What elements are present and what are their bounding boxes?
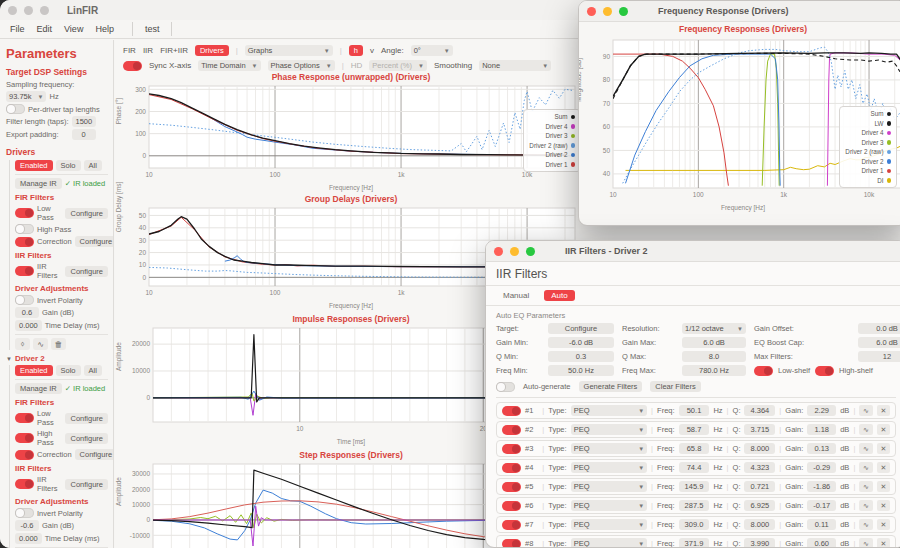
driver1-correction-configure-button[interactable]: Configure — [75, 236, 114, 247]
driver1-highpass-toggle[interactable] — [15, 224, 34, 234]
resolution-select[interactable]: 1/12 octave▼ — [682, 323, 746, 334]
menu-help[interactable]: Help — [95, 24, 114, 34]
sync-x-axis-toggle[interactable] — [123, 61, 142, 71]
filter-enable-toggle[interactable] — [502, 501, 521, 511]
trash-icon[interactable]: 🗑 — [51, 338, 66, 350]
smoothing-select[interactable]: None▼ — [479, 60, 551, 71]
filter-q-field[interactable]: 6.925 — [744, 500, 775, 511]
driver2-highpass-configure-button[interactable]: Configure — [65, 433, 108, 444]
menu-file[interactable]: File — [10, 24, 25, 34]
target-configure-button[interactable]: Configure — [548, 323, 614, 334]
high-shelf-toggle[interactable] — [815, 366, 834, 376]
graphs-select[interactable]: Graphs▼ — [245, 45, 333, 56]
filter-gain-field[interactable]: 0.60 — [807, 538, 836, 548]
close-icon[interactable] — [494, 247, 503, 256]
filter-freq-field[interactable]: 65.8 — [679, 443, 710, 454]
freq-max-field[interactable]: 780.0 Hz — [682, 365, 746, 376]
filter-q-field[interactable]: 3.715 — [744, 424, 775, 435]
tab-auto[interactable]: Auto — [544, 290, 574, 301]
filter-q-field[interactable]: 8.000 — [744, 519, 775, 530]
filter-gain-field[interactable]: -0.29 — [807, 462, 836, 473]
filter-enable-toggle[interactable] — [502, 425, 521, 435]
driver2-lowpass-toggle[interactable] — [15, 413, 34, 423]
maximize-icon[interactable] — [619, 7, 628, 16]
filter-gain-field[interactable]: 2.29 — [807, 405, 836, 416]
view-drivers-button[interactable]: Drivers — [195, 45, 229, 56]
filter-type-select[interactable]: PEQ▼ — [571, 519, 647, 530]
angle-select[interactable]: 0°▼ — [411, 45, 453, 56]
window-controls[interactable] — [494, 247, 535, 256]
auto-generate-toggle[interactable] — [496, 382, 515, 392]
filter-delete-icon[interactable]: ✕ — [877, 462, 890, 473]
filter-gain-field[interactable]: 0.11 — [807, 519, 836, 530]
view-fir-button[interactable]: FIR — [123, 46, 136, 55]
filter-q-field[interactable]: 4.323 — [744, 462, 775, 473]
driver1-correction-toggle[interactable] — [15, 237, 34, 247]
filter-type-select[interactable]: PEQ▼ — [571, 481, 647, 492]
gain-offset-field[interactable]: 0.0 dB — [858, 323, 900, 334]
window-controls[interactable] — [8, 6, 49, 15]
driver2-lowpass-configure-button[interactable]: Configure — [65, 413, 108, 424]
driver1-enabled-button[interactable]: Enabled — [15, 160, 53, 171]
filter-delete-icon[interactable]: ✕ — [877, 519, 890, 530]
filter-freq-field[interactable]: 371.9 — [679, 538, 710, 548]
filter-enable-toggle[interactable] — [502, 406, 521, 416]
driver2-highpass-toggle[interactable] — [15, 433, 34, 443]
driver1-delay-field[interactable]: 0.000 — [15, 320, 42, 331]
close-icon[interactable] — [587, 7, 596, 16]
filter-gain-field[interactable]: -1.86 — [807, 481, 836, 492]
filter-type-select[interactable]: PEQ▼ — [571, 405, 647, 416]
filter-type-select[interactable]: PEQ▼ — [571, 443, 647, 454]
minimize-icon[interactable] — [603, 7, 612, 16]
driver2-header[interactable]: ▼Driver 2 — [6, 354, 108, 363]
generate-filters-button[interactable]: Generate Filters — [579, 381, 643, 392]
driver2-correction-toggle[interactable] — [15, 450, 34, 460]
driver1-solo-button[interactable]: Solo — [56, 160, 81, 171]
phase-options-select[interactable]: Phase Options▼ — [268, 60, 335, 71]
clear-filters-button[interactable]: Clear Filters — [650, 381, 700, 392]
view-fir-iir-button[interactable]: FIR+IIR — [160, 46, 188, 55]
filter-q-field[interactable]: 4.364 — [744, 405, 775, 416]
driver1-iir-configure-button[interactable]: Configure — [65, 266, 108, 277]
driver2-manage-ir-button[interactable]: Manage IR — [15, 383, 62, 394]
filter-delete-icon[interactable]: ✕ — [877, 424, 890, 435]
filter-response-icon[interactable]: ∿ — [859, 481, 872, 492]
maximize-icon[interactable] — [526, 247, 535, 256]
filter-response-icon[interactable]: ∿ — [859, 405, 872, 416]
menu-view[interactable]: View — [64, 24, 83, 34]
filter-delete-icon[interactable]: ✕ — [877, 538, 890, 548]
q-max-field[interactable]: 8.0 — [682, 351, 746, 362]
max-filters-field[interactable]: 12 — [858, 351, 900, 362]
driver2-all-button[interactable]: All — [84, 365, 102, 376]
export-padding-field[interactable]: 0 — [72, 129, 96, 140]
driver1-gain-field[interactable]: 0.6 — [15, 307, 39, 318]
driver2-solo-button[interactable]: Solo — [56, 365, 81, 376]
filter-length-field[interactable]: 1500 — [72, 116, 97, 127]
filter-response-icon[interactable]: ∿ — [859, 519, 872, 530]
filter-freq-field[interactable]: 309.0 — [679, 519, 710, 530]
driver2-gain-field[interactable]: -0.6 — [15, 520, 39, 531]
filter-freq-field[interactable]: 74.4 — [679, 462, 710, 473]
filter-gain-field[interactable]: -0.17 — [807, 500, 836, 511]
sampling-frequency-select[interactable]: 93.75k▼ — [6, 91, 46, 102]
filter-type-select[interactable]: PEQ▼ — [571, 462, 647, 473]
driver1-all-button[interactable]: All — [84, 160, 102, 171]
filter-type-select[interactable]: PEQ▼ — [571, 500, 647, 511]
filter-freq-field[interactable]: 58.7 — [679, 424, 710, 435]
freq-min-field[interactable]: 50.0 Hz — [548, 365, 614, 376]
window-controls[interactable] — [587, 7, 628, 16]
filter-response-icon[interactable]: ∿ — [859, 500, 872, 511]
minimize-icon[interactable] — [24, 6, 33, 15]
view-iir-button[interactable]: IIR — [143, 46, 153, 55]
driver1-iir-toggle[interactable] — [15, 266, 34, 276]
driver2-delay-field[interactable]: 0.000 — [15, 533, 42, 544]
filter-freq-field[interactable]: 287.5 — [679, 500, 710, 511]
filter-q-field[interactable]: 3.990 — [744, 538, 775, 548]
driver1-invert-toggle[interactable] — [15, 295, 34, 305]
filter-response-icon[interactable]: ∿ — [859, 462, 872, 473]
boost-cap-field[interactable]: 6.0 dB — [858, 337, 900, 348]
per-driver-taps-toggle[interactable] — [6, 104, 25, 114]
gain-max-field[interactable]: 6.0 dB — [682, 337, 746, 348]
filter-delete-icon[interactable]: ✕ — [877, 500, 890, 511]
project-tab[interactable]: test — [132, 22, 173, 36]
